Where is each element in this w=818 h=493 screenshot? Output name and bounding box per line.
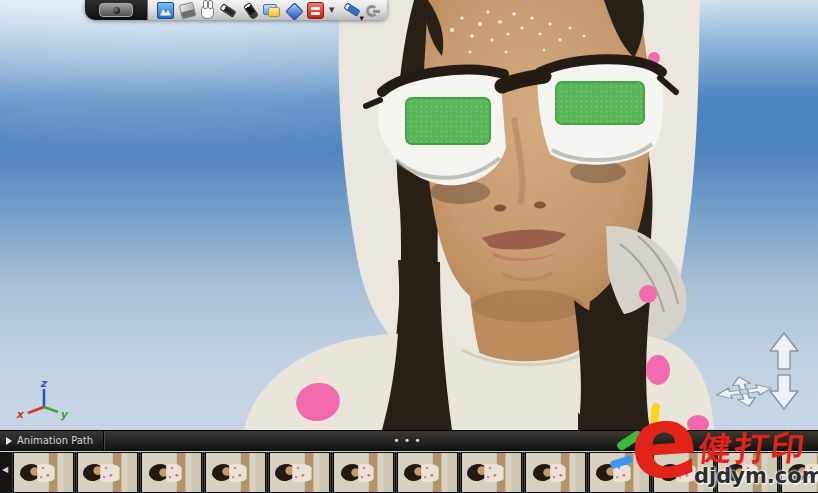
thumbnail-strip: [0, 452, 818, 493]
animation-frame-thumbnail[interactable]: [781, 452, 818, 493]
hand-icon[interactable]: [201, 4, 214, 19]
animation-frame-thumbnail[interactable]: [461, 452, 522, 493]
animation-frame-thumbnail[interactable]: [269, 452, 330, 493]
frame-image: [14, 453, 73, 492]
model-green-patch-left-texture: [406, 98, 490, 144]
toolbar-icon-row: [147, 0, 387, 20]
pen-icon[interactable]: [219, 2, 236, 19]
bar-separator: [103, 431, 104, 450]
panel-drag-handle[interactable]: •••: [0, 434, 818, 447]
frame-image: [590, 453, 649, 492]
animation-path-bar: Animation Path •••: [0, 430, 818, 451]
animation-frame-thumbnail[interactable]: [141, 452, 202, 493]
axis-gizmo[interactable]: z x y: [10, 376, 74, 422]
frame-image: [526, 453, 585, 492]
animation-frame-thumbnail[interactable]: [77, 452, 138, 493]
model-glasses-bridge: [502, 76, 544, 86]
image-icon[interactable]: [157, 2, 174, 19]
camera-icon[interactable]: [99, 3, 133, 17]
model-hair-strand-right: [574, 300, 650, 430]
toolbar-dark-section: [85, 0, 147, 20]
axis-z-label: z: [40, 377, 48, 390]
animation-frame-thumbnail[interactable]: [653, 452, 714, 493]
red-badge-icon[interactable]: [307, 2, 324, 19]
pan-up-arrow[interactable]: [770, 333, 798, 369]
frame-image: [462, 453, 521, 492]
model-nostril-right: [534, 202, 546, 209]
comments-icon[interactable]: [263, 2, 280, 19]
frame-image: [270, 453, 329, 492]
animation-frame-thumbnail[interactable]: [397, 452, 458, 493]
clamp-icon[interactable]: [366, 5, 378, 17]
model-viewport[interactable]: [0, 0, 818, 430]
frame-image: [78, 453, 137, 492]
axis-y-label: y: [60, 408, 69, 421]
frame-image: [654, 453, 713, 492]
animation-path-header[interactable]: Animation Path: [0, 435, 103, 446]
animation-frame-thumbnail[interactable]: [717, 452, 778, 493]
pan-down-arrow[interactable]: [770, 375, 798, 409]
model-neck-shadow: [472, 290, 584, 322]
model-nostril-left: [494, 205, 506, 212]
model-green-patch-right-texture: [556, 82, 644, 124]
frame-image: [718, 453, 777, 492]
animation-frame-thumbnail[interactable]: [589, 452, 650, 493]
axis-x-label: x: [16, 408, 25, 421]
frame-image: [334, 453, 393, 492]
toolbar: [85, 0, 387, 20]
move-plane-arrows[interactable]: [712, 373, 777, 409]
animation-frame-thumbnail[interactable]: [525, 452, 586, 493]
animation-frame-thumbnail[interactable]: [205, 452, 266, 493]
thumbnail-prev-arrow[interactable]: ◀: [2, 466, 8, 474]
viewport-nav-arrows: [712, 330, 812, 422]
caret-icon[interactable]: [329, 2, 339, 19]
person-3d-model: [0, 0, 818, 430]
eraser-icon[interactable]: [179, 1, 197, 19]
frame-image: [782, 453, 818, 492]
scan-viewer-window: z x y Animation Path ••• ◀: [0, 0, 818, 493]
marker-icon[interactable]: [241, 2, 258, 19]
blue-pen-icon[interactable]: [344, 2, 361, 19]
animation-frame-thumbnail[interactable]: [13, 452, 74, 493]
animation-path-title: Animation Path: [17, 435, 93, 446]
gem-icon[interactable]: [285, 2, 302, 19]
axis-y-line: [44, 407, 58, 412]
frame-image: [398, 453, 457, 492]
frame-image: [142, 453, 201, 492]
frame-image: [206, 453, 265, 492]
animation-frame-thumbnail[interactable]: [333, 452, 394, 493]
axis-x-line: [28, 407, 44, 413]
expand-triangle-icon: [6, 437, 12, 445]
